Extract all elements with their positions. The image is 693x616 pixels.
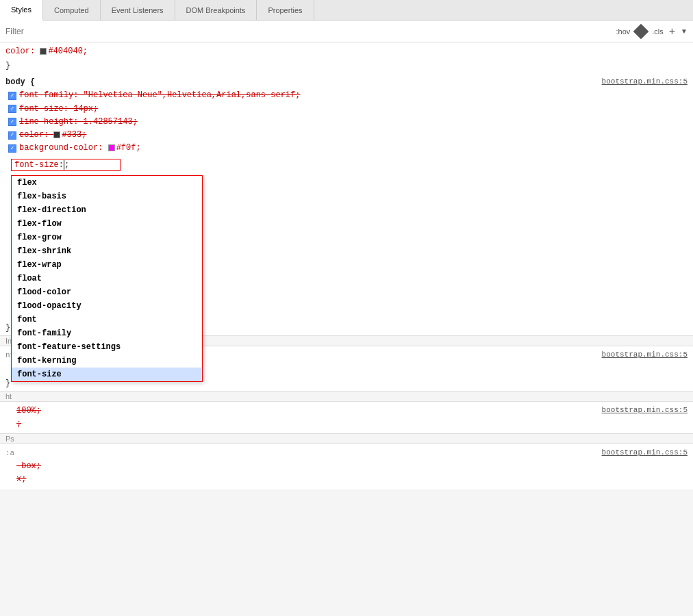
autocomplete-item-flex-shrink[interactable]: flex-shrink <box>12 244 202 258</box>
color-property: color: <box>5 47 40 56</box>
source-link-1[interactable]: bootstrap.min.css:5 <box>602 76 688 88</box>
color-rule-block: color: #404040; <box>0 42 693 61</box>
close-brace-1: } <box>0 61 693 73</box>
checkbox-line-height[interactable] <box>8 118 16 126</box>
autocomplete-item-flex-wrap[interactable]: flex-wrap <box>12 258 202 272</box>
prop-row-line-height: line-height: 1.42857143; <box>5 116 688 129</box>
prop-font-size[interactable]: font-size: 14px; <box>19 103 98 116</box>
source-link-2[interactable]: bootstrap.min.css:5 <box>602 349 688 361</box>
autocomplete-item-font-family[interactable]: font-family <box>12 326 202 340</box>
tabs-bar: Styles Computed Event Listeners DOM Brea… <box>0 0 693 21</box>
autocomplete-item-float[interactable]: float <box>12 272 202 285</box>
prop-font-family[interactable]: font-family: "Helvetica Neue",Helvetica,… <box>19 89 300 102</box>
prop-row-font-family: font-family: "Helvetica Neue",Helvetica,… <box>5 89 688 102</box>
a-label: :a <box>5 449 14 457</box>
checkbox-font-family[interactable] <box>8 92 16 100</box>
checkbox-color[interactable] <box>8 131 16 140</box>
edit-row: font-size: ; flex flex-basis flex-direct… <box>0 157 693 172</box>
prop-row-bg-color: background-color: #f0f; <box>5 142 688 155</box>
ps-section-block: bootstrap.min.css:5 :a -box; x; <box>0 444 693 489</box>
prop-color[interactable]: color: #333; <box>19 129 86 142</box>
autocomplete-item-flex-grow[interactable]: flex-grow <box>12 231 202 244</box>
autocomplete-item-flex-basis[interactable]: flex-basis <box>12 190 202 203</box>
source-link-4[interactable]: bootstrap.min.css:5 <box>602 447 688 459</box>
autocomplete-item-font-size[interactable]: font-size <box>12 368 202 381</box>
filter-arrow-icon[interactable]: ▼ <box>681 27 688 35</box>
tab-computed[interactable]: Computed <box>43 0 101 20</box>
separator-ht: ht <box>0 391 693 402</box>
autocomplete-item-font-kerning[interactable]: font-kerning <box>12 354 202 368</box>
autocomplete-item-flex-flow[interactable]: flex-flow <box>12 217 202 231</box>
autocomplete-item-flood-color[interactable]: flood-color <box>12 285 202 299</box>
filter-diamond-icon[interactable] <box>633 23 649 39</box>
filter-input[interactable] <box>5 27 610 36</box>
ps-padding-prop: x; <box>5 473 688 486</box>
prop-bg-color[interactable]: background-color: #f0f; <box>19 142 141 155</box>
css-edit-input[interactable]: font-size: ; <box>11 159 121 171</box>
prop-row-color: color: #333; <box>5 129 688 142</box>
dark-swatch-icon <box>40 47 48 56</box>
color333-swatch <box>53 131 60 138</box>
body-selector: body { <box>5 77 35 87</box>
autocomplete-item-flex-direction[interactable]: flex-direction <box>12 203 202 217</box>
separator-ps: Ps <box>0 433 693 444</box>
filter-plus-button[interactable]: + <box>669 25 675 38</box>
filter-bar: :hov .cls + ▼ <box>0 21 693 42</box>
edit-semicolon: ; <box>64 160 69 170</box>
autocomplete-item-flood-opacity[interactable]: flood-opacity <box>12 299 202 313</box>
ht-section-block: bootstrap.min.css:5 100%; ; <box>0 402 693 433</box>
tab-styles[interactable]: Styles <box>0 0 43 21</box>
filter-hov-button[interactable]: :hov <box>616 27 630 36</box>
filter-cls-button[interactable]: .cls <box>652 27 664 36</box>
magenta-swatch <box>108 144 115 151</box>
section-ps-label: Ps <box>0 433 20 444</box>
prop-row-font-size: font-size: 14px; <box>5 103 688 116</box>
autocomplete-dropdown: flex flex-basis flex-direction flex-flow… <box>11 175 203 382</box>
autocomplete-item-font[interactable]: font <box>12 313 202 326</box>
edit-property-text: font-size <box>14 160 59 170</box>
color-value: #404040; <box>48 47 88 56</box>
autocomplete-item-flex[interactable]: flex <box>12 176 202 190</box>
checkbox-font-size[interactable] <box>8 105 16 113</box>
styles-panel: color: #404040; } bootstrap.min.css:5 bo… <box>0 42 693 489</box>
ht-height-prop: ; <box>5 418 688 431</box>
ht-width-prop: 100%; <box>5 405 688 418</box>
edit-colon: : <box>59 160 64 170</box>
section-ht-label: ht <box>0 391 17 402</box>
body-rule-block: bootstrap.min.css:5 body { font-family: … <box>0 73 693 157</box>
checkbox-bg-color[interactable] <box>8 144 16 153</box>
tab-event-listeners[interactable]: Event Listeners <box>101 0 175 20</box>
tab-properties[interactable]: Properties <box>257 0 314 20</box>
ps-box-sizing-prop: -box; <box>5 460 688 473</box>
prop-line-height[interactable]: line-height: 1.42857143; <box>19 116 138 129</box>
tab-dom-breakpoints[interactable]: DOM Breakpoints <box>175 0 257 20</box>
autocomplete-item-font-feature-settings[interactable]: font-feature-settings <box>12 340 202 354</box>
source-link-3[interactable]: bootstrap.min.css:5 <box>602 405 688 417</box>
